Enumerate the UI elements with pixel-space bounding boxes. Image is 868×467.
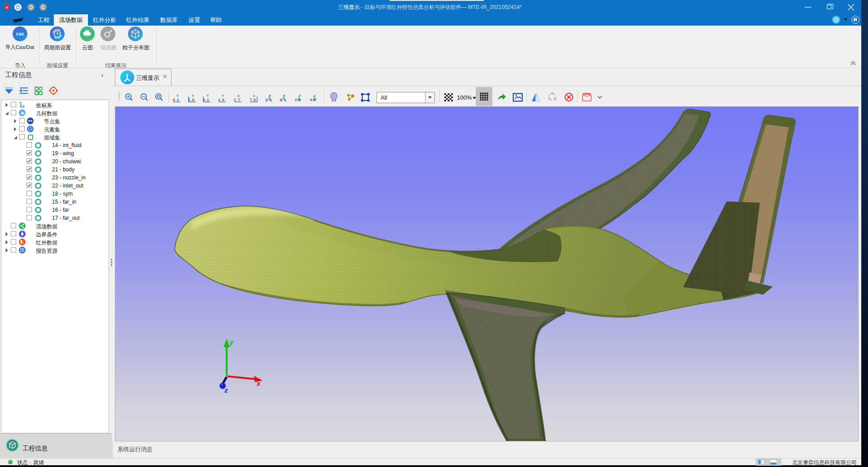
svg-text:x: x [192,97,194,102]
svg-text:z: z [177,97,179,102]
svg-text:Y: Y [250,97,252,102]
svg-text:z: z [224,386,228,394]
svg-text:x: x [173,97,175,102]
svg-text:y: y [229,338,234,346]
svg-text:x: x [254,97,256,102]
svg-text:z: z [21,104,22,107]
svg-text:x: x [310,97,312,102]
svg-text:x: x [222,97,224,102]
svg-text:z: z [218,97,220,102]
svg-text:x: x [23,104,25,107]
svg-text:z: z [295,97,297,102]
svg-text:x: x [256,380,261,387]
svg-text:z: z [207,97,209,102]
svg-text:z: z [234,97,236,102]
svg-text:Y: Y [238,97,241,102]
